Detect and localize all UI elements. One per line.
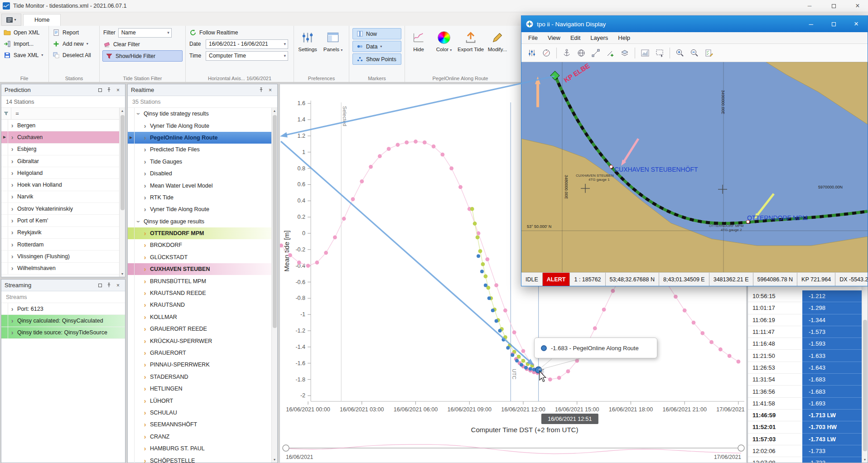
reading-row-11-31-54[interactable]: 11:31:54-1.683	[748, 374, 862, 386]
expand-chevron-icon[interactable]: ›	[141, 206, 149, 212]
anchor-icon[interactable]	[560, 46, 574, 60]
navwin-minimize-button[interactable]: ─	[801, 18, 820, 30]
prediction-station-bergen[interactable]: ›Bergen	[1, 120, 119, 131]
navwin-titlebar[interactable]: tpo ii - Navigation Display ─ ×	[521, 16, 868, 32]
expand-chevron-icon[interactable]: ›	[8, 122, 16, 129]
tide-settings-icon[interactable]	[525, 46, 539, 60]
realtime-scroll-thumb[interactable]	[273, 115, 277, 328]
minimize-button[interactable]: ─	[799, 0, 820, 12]
realtime-node-cranz[interactable]: ›CRANZ	[128, 431, 271, 443]
settings-button[interactable]: Settings	[295, 27, 320, 72]
prediction-station-narvik[interactable]: ›Narvik	[1, 191, 119, 203]
panels-button[interactable]: Panels ▾	[320, 27, 346, 72]
realtime-node-grauerort[interactable]: ›GRAUERORT	[128, 347, 271, 359]
expand-chevron-icon[interactable]: ›	[141, 194, 149, 201]
hide-button[interactable]: Hide	[406, 27, 431, 72]
zoom-in-icon[interactable]	[673, 46, 687, 60]
import-button[interactable]: Import...	[1, 38, 48, 49]
expand-chevron-icon[interactable]: ›	[8, 193, 16, 200]
filter-name-combo[interactable]: Name ▾	[118, 28, 172, 38]
expand-chevron-icon[interactable]: ›	[8, 241, 16, 248]
globe-icon[interactable]	[574, 46, 588, 60]
show-hide-filter-button[interactable]: Show/Hide Filter	[102, 50, 183, 62]
measure-line-icon[interactable]	[589, 46, 603, 60]
zoom-out-icon[interactable]	[688, 46, 701, 60]
prediction-station-reykjavik[interactable]: ›Reykjavik	[1, 227, 119, 239]
prediction-station-cuxhaven[interactable]: ▶›Cuxhaven	[1, 131, 119, 143]
expand-chevron-icon[interactable]: ›	[8, 158, 16, 164]
expand-chevron-icon[interactable]: ›	[141, 398, 149, 404]
reading-row-10-56-15[interactable]: 10:56:15-1.212	[748, 290, 862, 302]
realtime-node-krautsand-reede[interactable]: ›KRAUTSAND REEDE	[128, 287, 271, 299]
expand-chevron-icon[interactable]: ›	[141, 326, 149, 332]
profile-chart-icon[interactable]	[638, 46, 652, 60]
realtime-node-brunsb-ttel-mpm[interactable]: ›BRUNSBÜTTEL MPM	[128, 275, 271, 287]
stream-port-6123[interactable]: ›Port: 6123	[1, 303, 125, 315]
realtime-node-pegelonline-along-route[interactable]: ▶›PegelOnline Along Route	[128, 132, 271, 144]
clear-filter-button[interactable]: Clear Filter	[101, 39, 184, 50]
navwin-close-button[interactable]: ×	[847, 18, 866, 30]
color-button[interactable]: Color ▾	[431, 27, 457, 72]
realtime-node-cuxhaven-steuben[interactable]: ›CUXHAVEN STEUBEN	[128, 263, 271, 275]
date-range-combo[interactable]: 16/06/2021 - 16/06/2021 ▾	[206, 39, 288, 49]
reading-row-11-36-56[interactable]: 11:36:56-1.683	[748, 386, 862, 397]
collapse-chevron-icon[interactable]: ›	[135, 110, 142, 118]
nav-menu-view[interactable]: View	[543, 34, 565, 41]
reading-row-11-21-50[interactable]: 11:21:50-1.633	[748, 350, 862, 362]
prediction-float-button[interactable]	[96, 86, 104, 94]
add-line-icon[interactable]	[603, 46, 617, 60]
expand-chevron-icon[interactable]: ›	[8, 306, 16, 312]
reading-row-11-01-17[interactable]: 11:01:17-1.298	[748, 302, 862, 314]
deselect-all-button[interactable]: Deselect All	[50, 49, 98, 61]
prediction-station-hoek-van-holland[interactable]: ›Hoek van Holland	[1, 179, 119, 191]
collapse-chevron-icon[interactable]: ›	[135, 217, 142, 226]
expand-chevron-icon[interactable]: ›	[8, 217, 16, 224]
expand-chevron-icon[interactable]: ›	[141, 445, 149, 452]
realtime-node-vyner-tide-along-route[interactable]: ›Vyner Tide Along Route	[128, 203, 271, 215]
expand-chevron-icon[interactable]: ›	[141, 254, 149, 260]
realtime-node-schulau[interactable]: ›SCHULAU	[128, 407, 271, 419]
reading-row-11-41-58[interactable]: 11:41:58-1.693	[748, 398, 862, 410]
reading-row-11-26-53[interactable]: 11:26:53-1.643	[748, 362, 862, 374]
close-button[interactable]: ×	[847, 0, 868, 12]
open-xml-button[interactable]: Open XML	[1, 27, 48, 38]
expand-chevron-icon[interactable]: ›	[141, 338, 149, 344]
reading-row-11-11-47[interactable]: 11:11:47-1.573	[748, 326, 862, 338]
prediction-scrollbar[interactable]: ▲ ▼	[119, 108, 125, 277]
maximize-button[interactable]	[823, 0, 844, 12]
expand-chevron-icon[interactable]: ›	[141, 123, 149, 129]
expand-chevron-icon[interactable]: ›	[8, 146, 16, 152]
modify-button[interactable]: Modify...	[485, 27, 510, 72]
realtime-node-vyner-tide-along-route[interactable]: ›Vyner Tide Along Route	[128, 120, 271, 131]
stream-qinsy-calculated-qinsycalculated[interactable]: ›Qinsy calculated: QinsyCalculated	[1, 315, 125, 327]
scroll-down-icon[interactable]: ▼	[272, 457, 277, 463]
expand-chevron-icon[interactable]: ›	[141, 458, 149, 463]
expand-chevron-icon[interactable]: ›	[141, 159, 149, 165]
readings-scroll-thumb[interactable]	[863, 320, 867, 451]
export-tide-button[interactable]: Export Tide	[457, 27, 485, 72]
prediction-station-wilhelmshaven[interactable]: ›Wilhelmshaven	[1, 263, 119, 275]
realtime-node-l-hort[interactable]: ›LÜHORT	[128, 395, 271, 406]
prediction-station-ostrov-yekaterininskiy[interactable]: ›Ostrov Yekaterininskiy	[1, 203, 119, 215]
expand-chevron-icon[interactable]: ›	[141, 183, 149, 189]
realtime-node-stadersand[interactable]: ›STADERSAND	[128, 371, 271, 383]
reading-row-12-02-06[interactable]: 12:02:06-1.733	[748, 445, 862, 457]
report-button[interactable]: Report	[50, 27, 98, 38]
expand-chevron-icon[interactable]: ›	[141, 290, 149, 296]
realtime-node-disabled[interactable]: ›Disabled	[128, 168, 271, 179]
realtime-node-kr-ckau-sperrwer[interactable]: ›KRÜCKAU-SPERRWER	[128, 335, 271, 347]
expand-chevron-icon[interactable]: ›	[141, 170, 149, 177]
realtime-node-hamburg-st-paul[interactable]: ›HAMBURG ST. PAUL	[128, 443, 271, 454]
realtime-node-grauerort-reede[interactable]: ›GRAUERORT REEDE	[128, 323, 271, 335]
prediction-filter-operator[interactable]: =	[11, 110, 23, 117]
expand-chevron-icon[interactable]: ›	[141, 135, 149, 141]
realtime-pin-button[interactable]	[257, 86, 265, 94]
realtime-close-button[interactable]: ×	[266, 86, 274, 94]
nav-menu-help[interactable]: Help	[613, 34, 635, 41]
scroll-up-icon[interactable]: ▲	[120, 108, 125, 114]
show-points-toggle-button[interactable]: Show Points	[352, 53, 401, 65]
nav-menu-edit[interactable]: Edit	[565, 34, 585, 41]
realtime-node-krautsand[interactable]: ›KRAUTSAND	[128, 299, 271, 311]
expand-chevron-icon[interactable]: ›	[141, 230, 149, 236]
streaming-float-button[interactable]	[96, 281, 104, 289]
